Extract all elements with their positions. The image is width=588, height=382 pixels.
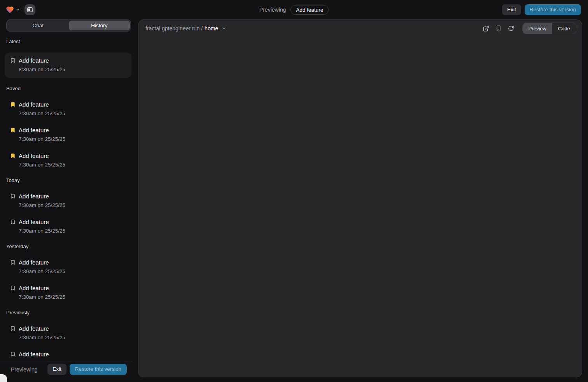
topbar: Previewing Add feature Exit Restore this… [0, 0, 588, 19]
item-title: Add feature [19, 350, 65, 358]
item-title: Add feature [19, 218, 65, 226]
history-section: LatestAdd feature8:30am on 25/25/25 [6, 39, 126, 78]
item-timestamp: 8:30am on 25/25/25 [19, 66, 65, 73]
open-in-new-tab-button[interactable] [481, 23, 491, 33]
history-section: SavedAdd feature7:30am on 25/25/25Add fe… [6, 86, 126, 170]
exit-button[interactable]: Exit [502, 4, 521, 16]
sidebar: Chat History LatestAdd feature8:30am on … [0, 19, 133, 377]
history-item[interactable]: Add feature7:30am on 25/25/25 [6, 349, 126, 361]
chat-history-tabs: Chat History [6, 19, 131, 32]
bookmark-filled-icon[interactable] [10, 127, 16, 133]
history-item[interactable]: Add feature7:30am on 25/25/25 [6, 283, 126, 302]
history-section: TodayAdd feature7:30am on 25/25/25Add fe… [6, 177, 126, 236]
bookmark-filled-icon[interactable] [10, 102, 16, 107]
history-item[interactable]: Add feature7:30am on 25/25/25 [6, 191, 126, 210]
exit-button[interactable]: Exit [47, 364, 66, 375]
tab-chat[interactable]: Chat [7, 21, 69, 30]
item-title: Add feature [19, 101, 65, 109]
preview-code-toggle: Preview Code [522, 23, 576, 34]
bookmark-outline-icon[interactable] [10, 219, 16, 225]
item-timestamp: 7:30am on 25/25/25 [19, 110, 65, 117]
item-title: Add feature [19, 325, 65, 333]
sidebar-footer: Previewing Exit Restore this version [0, 361, 133, 377]
bookmark-outline-icon[interactable] [10, 58, 16, 63]
bookmark-outline-icon[interactable] [10, 285, 16, 291]
item-title: Add feature [19, 193, 65, 200]
refresh-button[interactable] [506, 23, 516, 33]
app-logo-menu[interactable] [5, 5, 21, 15]
item-title: Add feature [19, 57, 65, 65]
bookmark-outline-icon[interactable] [10, 193, 16, 199]
bookmark-outline-icon[interactable] [10, 259, 16, 265]
chevron-down-icon [16, 8, 20, 12]
item-timestamp: 7:30am on 25/25/25 [19, 228, 65, 235]
previewing-label: Previewing [11, 366, 37, 373]
heart-logo-icon [5, 5, 14, 14]
bookmark-outline-icon[interactable] [10, 351, 16, 357]
mobile-view-button[interactable] [494, 23, 504, 33]
item-timestamp: 7:30am on 25/25/25 [19, 161, 65, 168]
smartphone-icon [495, 25, 502, 32]
history-item[interactable]: Add feature7:30am on 25/25/25 [6, 151, 126, 170]
item-timestamp: 7:30am on 25/25/25 [19, 202, 65, 209]
sidebar-toggle-button[interactable] [24, 4, 35, 15]
item-timestamp: 7:30am on 25/25/25 [19, 136, 65, 143]
restore-version-button[interactable]: Restore this version [525, 4, 581, 16]
toggle-preview-button[interactable]: Preview [523, 23, 552, 34]
item-title: Add feature [19, 284, 65, 292]
preview-url-domain: fractal.gptengineer.run / [145, 25, 203, 32]
preview-url-dropdown[interactable]: fractal.gptengineer.run / home [145, 24, 227, 33]
section-title: Previously [6, 310, 126, 316]
item-title: Add feature [19, 259, 65, 266]
preview-panel-header: fractal.gptengineer.run / home [138, 20, 582, 37]
preview-viewport [138, 37, 582, 377]
panel-left-icon [27, 7, 33, 13]
item-title: Add feature [19, 126, 65, 134]
section-title: Yesterday [6, 244, 126, 250]
history-item[interactable]: Add feature7:30am on 25/25/25 [6, 125, 126, 144]
item-timestamp: 7:30am on 25/25/25 [19, 294, 65, 301]
item-title: Add feature [19, 152, 65, 160]
history-item[interactable]: Add feature8:30am on 25/25/25 [5, 53, 131, 78]
previewing-label: Previewing [259, 7, 286, 13]
chevron-down-icon [222, 26, 226, 31]
tab-history[interactable]: History [69, 21, 130, 30]
restore-version-button[interactable]: Restore this version [70, 364, 127, 375]
history-item[interactable]: Add feature7:30am on 25/25/25 [6, 217, 126, 236]
section-title: Saved [6, 86, 126, 92]
bookmark-filled-icon[interactable] [10, 153, 16, 159]
history-section: PreviouslyAdd feature7:30am on 25/25/25A… [6, 310, 126, 361]
history-section: YesterdayAdd feature7:30am on 25/25/25Ad… [6, 244, 126, 302]
preview-url-page: home [205, 25, 218, 32]
bookmark-outline-icon[interactable] [10, 326, 16, 331]
history-item[interactable]: Add feature7:30am on 25/25/25 [6, 100, 126, 118]
external-link-icon [483, 25, 489, 32]
version-pill: Add feature [290, 5, 329, 15]
item-timestamp: 7:30am on 25/25/25 [19, 268, 65, 275]
preview-panel: fractal.gptengineer.run / home [138, 19, 582, 377]
item-timestamp: 7:30am on 25/25/25 [19, 334, 65, 341]
section-title: Today [6, 177, 126, 184]
history-list: LatestAdd feature8:30am on 25/25/25Saved… [0, 32, 133, 361]
history-item[interactable]: Add feature7:30am on 25/25/25 [6, 324, 126, 342]
toggle-code-button[interactable]: Code [552, 23, 576, 34]
history-item[interactable]: Add feature7:30am on 25/25/25 [6, 258, 126, 276]
section-title: Latest [6, 39, 126, 45]
refresh-icon [508, 25, 514, 32]
